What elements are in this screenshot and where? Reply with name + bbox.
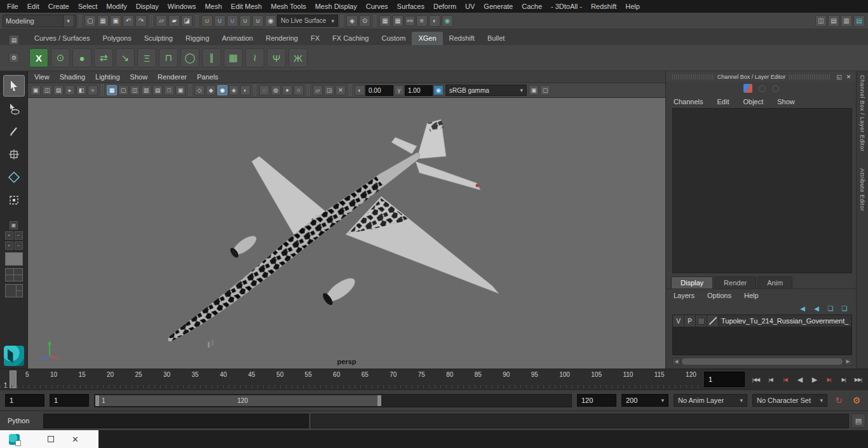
plane-split-icon[interactable]: [324, 85, 334, 95]
select-camera-icon[interactable]: [31, 85, 41, 95]
channel-list-area[interactable]: [672, 108, 852, 273]
playback-end-field[interactable]: 120: [577, 394, 616, 407]
layer-color-swatch[interactable]: [707, 315, 719, 327]
layer-display-type-toggle[interactable]: [696, 315, 707, 327]
panel-header[interactable]: Channel Box / Layer Editor: [666, 71, 856, 82]
guides-icon[interactable]: [202, 48, 221, 67]
menu-layers[interactable]: Layers: [674, 292, 695, 299]
modeling-toolkit-toggle-icon[interactable]: [815, 15, 827, 27]
pan-zoom-icon[interactable]: [88, 85, 98, 95]
menu-generate[interactable]: Generate: [479, 3, 517, 10]
anim-layer-dropdown[interactable]: No Anim Layer: [674, 394, 747, 407]
ipr-render-icon[interactable]: [392, 15, 403, 27]
drag-grip[interactable]: [789, 74, 831, 79]
gear-icon[interactable]: [9, 53, 19, 63]
ipr-render-label-icon[interactable]: IPR: [405, 16, 415, 26]
hypershade-icon[interactable]: [442, 15, 453, 27]
shadows-icon[interactable]: [282, 85, 292, 95]
grass-preset-icon[interactable]: [267, 48, 286, 67]
save-scene-icon[interactable]: [110, 15, 121, 27]
move-tool-button[interactable]: [3, 144, 25, 165]
script-editor-icon[interactable]: [851, 414, 865, 428]
range-slider[interactable]: 1 120: [94, 394, 572, 407]
subdiv-plus-icon[interactable]: +: [5, 241, 13, 250]
menu-curves[interactable]: Curves: [362, 3, 393, 10]
auto-key-icon[interactable]: ↻: [832, 394, 845, 407]
snapshot-icon[interactable]: [529, 85, 539, 95]
make-live-icon[interactable]: [265, 15, 276, 27]
shelf-tab-rigging[interactable]: Rigging: [179, 32, 215, 45]
field-chart-icon[interactable]: [153, 85, 163, 95]
snap-to-curve-icon[interactable]: [214, 15, 226, 27]
speed-state-icon[interactable]: [743, 84, 752, 93]
range-slider-bar[interactable]: 1 120: [95, 395, 381, 406]
launch-ipr-icon[interactable]: [429, 15, 440, 27]
layer-name[interactable]: Tupolev_Tu_214_Russian_Government_: [719, 315, 848, 327]
move-layer-up-icon[interactable]: ◀: [797, 304, 808, 313]
animation-start-field[interactable]: 1: [50, 394, 89, 407]
shaded-icon[interactable]: [206, 85, 216, 95]
layout-single-pane-button[interactable]: [5, 252, 23, 266]
menu-windows[interactable]: Windows: [163, 3, 201, 10]
xgen-export-icon[interactable]: [94, 48, 113, 67]
viewport-canvas[interactable]: persp: [28, 98, 665, 369]
xgen-inspect-icon[interactable]: [51, 48, 70, 67]
exposure-field[interactable]: 0.00: [365, 85, 393, 96]
occlusion-icon[interactable]: [294, 85, 304, 95]
panel-menu-show[interactable]: Show: [130, 73, 148, 81]
xgen-sparkle-icon[interactable]: [288, 48, 308, 67]
shelf-tab-fx-caching[interactable]: FX Caching: [326, 32, 375, 45]
move-layer-down-icon[interactable]: ◀: [811, 304, 822, 313]
layer-visibility-toggle[interactable]: V: [673, 315, 684, 327]
render-settings-icon[interactable]: [416, 15, 428, 27]
construction-history-icon[interactable]: [346, 15, 358, 27]
command-line-input[interactable]: [43, 414, 309, 428]
view-transform-dropdown[interactable]: sRGB gamma: [445, 85, 527, 96]
chevron-down-icon[interactable]: ▾: [63, 15, 73, 27]
scroll-right-icon[interactable]: ▶: [844, 358, 852, 365]
menu-create[interactable]: Create: [44, 3, 74, 10]
layout-three-pane-button[interactable]: [5, 284, 23, 297]
film-gate-icon[interactable]: [118, 85, 128, 95]
isolate-select-icon[interactable]: ▣: [10, 221, 18, 229]
shelf-tab-curves-surfaces[interactable]: Curves / Surfaces: [28, 32, 96, 45]
all-lights-icon[interactable]: [271, 85, 281, 95]
gate-mask-icon[interactable]: [141, 85, 151, 95]
safe-action-icon[interactable]: [164, 85, 174, 95]
menu-object[interactable]: Object: [743, 98, 763, 105]
current-frame-marker[interactable]: [10, 370, 17, 388]
layer-horizontal-scrollbar[interactable]: ◀ ▶: [672, 356, 852, 366]
float-panel-icon[interactable]: [835, 72, 843, 81]
panel-menu-shading[interactable]: Shading: [60, 73, 85, 81]
resolution-gate-icon[interactable]: [130, 85, 140, 95]
panel-menu-renderer[interactable]: Renderer: [158, 73, 187, 81]
menu-uv[interactable]: UV: [461, 3, 479, 10]
animation-end-field[interactable]: 200: [621, 394, 668, 407]
camera-attributes-icon[interactable]: [53, 85, 64, 95]
image-plane-icon[interactable]: [76, 85, 86, 95]
bookmark-icon[interactable]: [65, 85, 75, 95]
time-slider[interactable]: 1 5 10 15 20 25 30 35 40 45 50 55 60 65 …: [0, 369, 700, 390]
live-surface-field[interactable]: No Live Surface: [277, 15, 338, 27]
menu-redshift[interactable]: Redshift: [587, 3, 621, 10]
panel-menu-lighting[interactable]: Lighting: [95, 73, 120, 81]
close-window-icon[interactable]: ✕: [72, 435, 79, 444]
shelf-tab-xgen[interactable]: XGen: [412, 32, 442, 45]
layout-four-pane-button[interactable]: [5, 268, 23, 282]
drag-grip[interactable]: [672, 74, 714, 79]
textured-icon[interactable]: [217, 85, 227, 95]
paint-select-tool-button[interactable]: [3, 121, 25, 142]
snap-to-view-plane-icon[interactable]: [252, 15, 264, 27]
shelf-tab-custom[interactable]: Custom: [376, 32, 412, 45]
menu-show[interactable]: Show: [777, 98, 795, 105]
attribute-editor-toggle-icon[interactable]: [828, 15, 839, 27]
snap-to-projected-center-icon[interactable]: [240, 15, 251, 27]
multisample-icon[interactable]: [336, 85, 346, 95]
select-tool-button[interactable]: [3, 75, 25, 97]
menu-help[interactable]: Help: [621, 3, 644, 10]
render-current-frame-icon[interactable]: [379, 15, 391, 27]
create-layer-from-selected-icon[interactable]: ❏: [839, 304, 850, 313]
shelf-menu-icon[interactable]: [9, 35, 19, 45]
step-forward-frame-button[interactable]: ▶|: [836, 372, 851, 386]
shelf-tab-rendering[interactable]: Rendering: [259, 32, 304, 45]
